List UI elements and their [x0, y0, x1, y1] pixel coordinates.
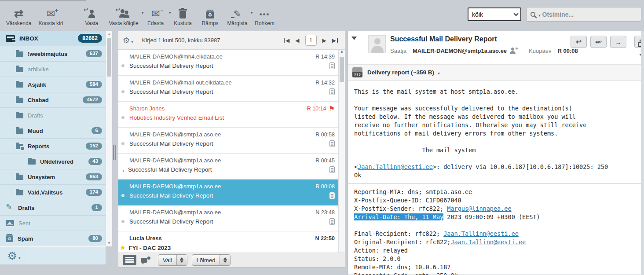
button-label: Rohkem	[255, 20, 274, 26]
message-row[interactable]: MAILER-DAEMON@smtp1a.aso.ee N 23:48 Succ…	[118, 205, 338, 231]
scroll-up-arrow[interactable]: ▲	[106, 32, 112, 36]
star-icon[interactable]: ★	[120, 244, 126, 251]
next-page-button[interactable]: ▶	[322, 38, 326, 43]
message-row[interactable]: Lucia Uress N 22:50 ★ FYI - DAC 2023	[118, 231, 338, 253]
message-row[interactable]: MAILER-DAEMON@mh4.elkdata.ee R 14:39 Suc…	[118, 50, 338, 76]
forward-button[interactable]: ✉→ Edasta ▾	[142, 2, 169, 26]
search-box[interactable]: ▾	[526, 7, 641, 22]
email-link[interactable]: Jaan.Tallinn@eesti.ee	[358, 163, 433, 170]
attachment-icon	[329, 140, 335, 147]
scrollbar-thumb[interactable]	[340, 57, 344, 82]
search-icon	[531, 12, 535, 17]
sidebar-folder[interactable]: INBOX 82662	[0, 31, 106, 46]
attachment-bar[interactable]: Delivery report (~359 B) ▾	[348, 65, 644, 81]
message-row[interactable]: Sharon Jones R 10:14 ⚑ Robotics Industry…	[118, 102, 338, 128]
forward-action-button[interactable]: →	[610, 36, 626, 48]
folder-icon	[16, 67, 23, 72]
unread-dot	[121, 194, 124, 197]
reply-button[interactable]: ↩ Vasta	[78, 2, 105, 26]
sidebar-scrollbar[interactable]: ▲ ▼	[106, 31, 112, 246]
select-dropdown[interactable]: Vali	[158, 254, 187, 266]
sidebar-folder[interactable]: Chabad 4572	[0, 92, 106, 108]
sidebar-folder[interactable]: arhiivike	[0, 62, 106, 77]
sidebar-folder[interactable]: Sent	[0, 216, 106, 231]
refresh-button[interactable]: ⇄ Värskenda	[3, 2, 35, 26]
button-label: Koosta kiri	[38, 20, 63, 26]
unread-count-badge: 4572	[83, 96, 102, 104]
chevron-down-icon	[513, 11, 518, 16]
sender-address[interactable]: MAILER-DAEMON@smtp1a.aso.ee	[413, 48, 507, 54]
message-row[interactable]: MAILER-DAEMON@mail-out.elkdata.ee R 14:3…	[118, 76, 338, 102]
message-date: R 14:39	[315, 54, 335, 60]
message-row[interactable]: MAILER-DAEMON@smtp1a.aso.ee R 00:58 Succ…	[118, 128, 338, 154]
compose-icon: ✉+	[47, 8, 55, 19]
conversation-icon[interactable]	[141, 258, 147, 263]
first-page-button[interactable]: ◀	[285, 38, 289, 43]
attachment-label: Delivery report (~359 B)	[367, 69, 434, 76]
reply-all-action-button[interactable]: ↩↩	[590, 36, 607, 48]
reply-all-icon: ↩	[118, 9, 129, 19]
search-scope-select[interactable]: kõik	[468, 7, 521, 21]
sidebar-folder[interactable]: Drafts 1	[0, 200, 106, 216]
mark-button[interactable]: ✎ Märgista ▾	[224, 2, 251, 26]
scroll-down-arrow[interactable]: ▼	[339, 50, 345, 54]
message-from: MAILER-DAEMON@smtp1a.aso.ee	[129, 209, 312, 216]
list-mode-button[interactable]	[123, 255, 136, 265]
message-subject: Robotics Industry Verified Email List	[129, 114, 335, 121]
scroll-down-arrow[interactable]: ▼	[106, 241, 112, 245]
scrollbar-thumb[interactable]	[107, 38, 111, 77]
sidebar-folder[interactable]: Vald,Valitsus 174	[0, 185, 106, 200]
unread-count-badge: 82662	[78, 34, 102, 43]
previous-page-button[interactable]: ◀	[295, 38, 299, 43]
email-link[interactable]: Jaan.Tallinn@eesti.ee	[450, 238, 526, 246]
pane-splitter[interactable]	[113, 145, 117, 160]
message-date: R 00:45	[315, 158, 335, 164]
message-from: MAILER-DAEMON@smtp1a.aso.ee	[129, 131, 312, 138]
attachment-icon	[329, 62, 335, 69]
folder-name: Chabad	[28, 97, 83, 103]
sidebar-folder[interactable]: !weebimajutus 637	[0, 46, 106, 62]
unread-count-badge: 174	[86, 189, 102, 196]
unread-count-badge: 152	[86, 143, 102, 150]
sidebar-folder[interactable]: Muud 6	[0, 123, 106, 139]
email-link[interactable]: Margus@linnapea.ee	[447, 205, 511, 212]
message-list-pane: ⚙ ▾ Kirjed 1 kuni 500, kokku 83987 ◀ ◀ ▶…	[118, 31, 345, 268]
button-label: Märgista	[227, 20, 248, 26]
message-row[interactable]: MAILER-DAEMON@smtp1a.aso.ee R 00:45 → Su…	[118, 154, 338, 180]
sidebar-folder[interactable]: UNdelivered 43	[0, 154, 106, 169]
threads-dropdown[interactable]: Lõimed	[192, 254, 231, 266]
reading-pane-scrollbar[interactable]	[641, 31, 644, 275]
button-label: Värskenda	[6, 20, 31, 26]
page-number-input[interactable]	[305, 35, 317, 46]
button-label: Vasta	[85, 20, 99, 26]
list-options-button[interactable]: ⚙	[123, 36, 130, 45]
search-input[interactable]	[542, 11, 637, 18]
sidebar-folder[interactable]: Reports 152	[0, 139, 106, 154]
junk-button[interactable]: Rämps	[197, 2, 224, 26]
last-page-button[interactable]: ▶	[332, 38, 336, 43]
sidebar-folder[interactable]: Spam 80	[0, 231, 106, 246]
chevron-down-icon[interactable]: ▾	[438, 71, 440, 76]
reply-action-button[interactable]: ↩	[571, 36, 587, 48]
sidebar-folder[interactable]: Unsystem 853	[0, 169, 106, 185]
delete-button[interactable]: Kustuta	[169, 2, 197, 26]
unread-count-badge: 43	[88, 158, 102, 165]
message-row[interactable]: MAILER-DAEMON@smtp1a.aso.ee R 00:08 Succ…	[118, 180, 338, 205]
sidebar-folder[interactable]: Drafts	[0, 108, 106, 123]
compose-button[interactable]: ✉+ Koosta kiri	[35, 2, 66, 26]
sidebar-folder[interactable]: Asjalik 584	[0, 77, 106, 92]
chevron-down-icon[interactable]: ▾	[538, 13, 541, 18]
attachment-icon	[329, 218, 335, 225]
folder-name: Vald,Valitsus	[28, 189, 86, 196]
message-date: R 00:58	[315, 132, 335, 138]
body-text: This is the mail system at host smtp1a.a…	[354, 88, 586, 170]
email-link[interactable]: Jaan.Tallinn@eesti.ee	[443, 230, 519, 237]
collapse-header-icon[interactable]	[351, 37, 357, 40]
more-button[interactable]: ••• Rohkem	[251, 2, 278, 26]
message-from: MAILER-DAEMON@smtp1a.aso.ee	[129, 157, 312, 164]
message-subject: Successful Mail Delivery Report	[129, 218, 326, 225]
message-list-scrollbar[interactable]: ▲ ▼	[338, 50, 345, 253]
add-contact-icon[interactable]: +	[510, 48, 517, 54]
reply-all-button[interactable]: ↩ Vasta kõigile ▾	[105, 2, 142, 26]
folder-options-button[interactable]: ⚙ ▾	[0, 247, 28, 264]
